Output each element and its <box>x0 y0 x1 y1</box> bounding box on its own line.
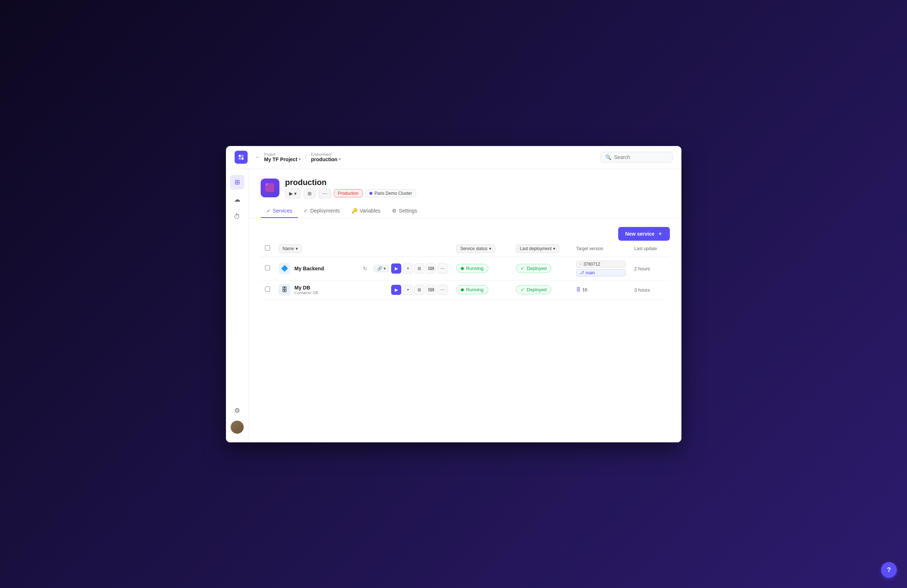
target-version-label: Target version <box>576 246 603 251</box>
deployment-filter-chevron-icon: ▾ <box>553 246 555 251</box>
tab-variables[interactable]: 🔑 Variables <box>346 204 386 218</box>
sidebar-item-settings[interactable]: ⚙ <box>230 403 244 418</box>
tab-deployments-label: Deployments <box>310 208 340 213</box>
table-row: 🔷 My Backend ↻ 🔗 ▾ ▶ ▾ ⊞ ⌨ ⋯ <box>261 256 670 280</box>
service-actions-my-db: ▶ ▾ ⊞ ⌨ ⋯ <box>391 285 447 295</box>
tab-services-label: Services <box>273 208 292 213</box>
col-target-header: Target version <box>572 241 630 257</box>
main-window: ← Project My TF Project ▾ / Environment … <box>226 146 681 442</box>
service-name-text-group: My DB Container DB <box>295 285 319 295</box>
search-shortcut: ⌘K <box>680 155 681 160</box>
tab-variables-icon: 🔑 <box>351 208 357 213</box>
service-play-button-my-backend[interactable]: ▶ <box>391 263 401 274</box>
play-chevron-icon: ▾ <box>294 191 297 196</box>
project-label: Project <box>264 152 301 157</box>
content-area: 🟪 production ▶ ▾ ⊞ ⋯ <box>249 169 681 442</box>
new-service-icon: ＋ <box>657 231 663 237</box>
new-service-button[interactable]: New service ＋ <box>618 227 670 241</box>
status-badge-my-db: Running <box>456 285 488 294</box>
play-button[interactable]: ▶ ▾ <box>285 189 301 199</box>
help-button[interactable]: ? <box>881 562 897 578</box>
search-input[interactable] <box>614 154 678 160</box>
row-checkbox-my-db[interactable] <box>265 287 270 292</box>
deployed-check-icon: ✓ <box>521 287 524 292</box>
project-title-row: 🟪 production ▶ ▾ ⊞ ⋯ <box>261 178 670 199</box>
service-play-chevron-my-backend[interactable]: ▾ <box>403 263 413 274</box>
name-filter-label: Name <box>283 246 294 251</box>
service-more-button-my-backend[interactable]: ⋯ <box>437 263 447 274</box>
service-info: 🗄 My DB Container DB <box>279 284 319 296</box>
service-name-cell-my-backend: 🔷 My Backend ↻ 🔗 ▾ ▶ ▾ ⊞ ⌨ ⋯ <box>274 256 452 280</box>
col-status-header: Service status ▾ <box>452 241 511 257</box>
project-chevron-icon: ▾ <box>299 157 300 161</box>
back-icon[interactable]: ← <box>255 154 261 160</box>
services-table: Name ▾ Service status ▾ <box>261 241 670 300</box>
service-files-button-my-db[interactable]: ⊞ <box>414 285 425 295</box>
link-badge-button[interactable]: 🔗 ▾ <box>374 265 389 272</box>
tab-settings[interactable]: ⚙ Settings <box>386 204 423 218</box>
status-dot-icon <box>461 288 464 291</box>
files-button[interactable]: ⊞ <box>304 189 316 199</box>
search-box[interactable]: 🔍 ⌘K <box>601 152 673 163</box>
tab-deployments-icon: ✓ <box>304 208 308 213</box>
service-name-wrapper: 🔷 My Backend ↻ 🔗 ▾ ▶ ▾ ⊞ ⌨ ⋯ <box>279 263 448 274</box>
tab-deployments[interactable]: ✓ Deployments <box>298 204 346 218</box>
service-play-button-my-db[interactable]: ▶ <box>391 285 401 295</box>
row-checkbox-my-backend[interactable] <box>265 265 270 270</box>
cluster-badge: Paris Demo Cluster <box>365 189 416 197</box>
tab-services[interactable]: ✓ Services <box>261 204 298 218</box>
target-cell-my-backend: ⑂ 3780712 ⎇ main <box>572 256 630 280</box>
service-info: 🔷 My Backend <box>279 263 324 274</box>
tab-services-icon: ✓ <box>266 208 271 213</box>
sidebar-item-services[interactable]: ⊞ <box>230 175 244 189</box>
body-area: ⊞ ☁ ⏱ ⚙ 🟪 production <box>226 169 681 442</box>
app-logo[interactable] <box>235 151 248 164</box>
environment-name-button[interactable]: production ▾ <box>311 157 341 162</box>
status-dot-icon <box>461 267 464 270</box>
project-actions: ▶ ▾ ⊞ ⋯ Production <box>285 189 416 199</box>
project-header: 🟪 production ▶ ▾ ⊞ ⋯ <box>249 169 681 218</box>
table-row: 🗄 My DB Container DB ▶ ▾ ⊞ ⌨ ⋯ <box>261 280 670 299</box>
status-filter-button[interactable]: Service status ▾ <box>456 244 495 253</box>
db-version-icon: 🗄 <box>576 287 581 292</box>
service-terminal-button-my-db[interactable]: ⌨ <box>426 285 436 295</box>
svg-rect-3 <box>241 157 243 160</box>
service-play-chevron-my-db[interactable]: ▾ <box>403 285 413 295</box>
deployed-label-my-backend: Deployed <box>527 266 546 271</box>
update-cell-my-db: 3 hours <box>630 280 670 299</box>
link-chevron-icon: ▾ <box>383 266 386 271</box>
service-more-button-my-db[interactable]: ⋯ <box>437 285 447 295</box>
table-area: New service ＋ Name <box>249 218 681 308</box>
service-files-button-my-backend[interactable]: ⊞ <box>414 263 425 274</box>
branch-icon: ⎇ <box>580 270 584 275</box>
breadcrumb: ← Project My TF Project ▾ / Environment … <box>255 152 601 162</box>
name-filter-button[interactable]: Name ▾ <box>279 244 302 253</box>
tab-settings-label: Settings <box>399 208 417 213</box>
search-icon: 🔍 <box>605 154 611 160</box>
refresh-button[interactable]: ↻ <box>360 263 370 274</box>
more-button[interactable]: ⋯ <box>319 189 331 199</box>
service-name-my-db: My DB <box>295 285 319 290</box>
col-update-header: Last update <box>630 241 670 257</box>
environment-label: Environment <box>311 152 341 157</box>
select-all-checkbox[interactable] <box>265 245 270 250</box>
sidebar-item-history[interactable]: ⏱ <box>230 210 244 224</box>
status-badge-my-backend: Running <box>456 264 488 273</box>
update-cell-my-backend: 2 hours <box>630 256 670 280</box>
project-name-button[interactable]: My TF Project ▾ <box>264 157 301 162</box>
service-name-text-group: My Backend <box>295 266 324 271</box>
row-checkbox-cell <box>261 280 274 299</box>
service-icon-my-db: 🗄 <box>279 284 290 296</box>
service-name-cell-my-db: 🗄 My DB Container DB ▶ ▾ ⊞ ⌨ ⋯ <box>274 280 452 299</box>
action-buttons-group: ▶ ▾ ⊞ ⌨ ⋯ <box>391 263 447 274</box>
svg-rect-0 <box>239 155 241 157</box>
sidebar-item-cloud[interactable]: ☁ <box>230 192 244 207</box>
service-actions-my-backend: ↻ 🔗 ▾ ▶ ▾ ⊞ ⌨ ⋯ <box>360 263 447 274</box>
service-terminal-button-my-backend[interactable]: ⌨ <box>426 263 436 274</box>
table-header-row: Name ▾ Service status ▾ <box>261 241 670 257</box>
deployment-filter-button[interactable]: Last deployment ▾ <box>516 244 559 253</box>
time-ago-my-db: 3 hours <box>635 287 650 293</box>
more-icon: ⋯ <box>322 191 327 196</box>
avatar[interactable] <box>231 421 244 434</box>
target-cell-my-db: 🗄 16 <box>572 280 630 299</box>
